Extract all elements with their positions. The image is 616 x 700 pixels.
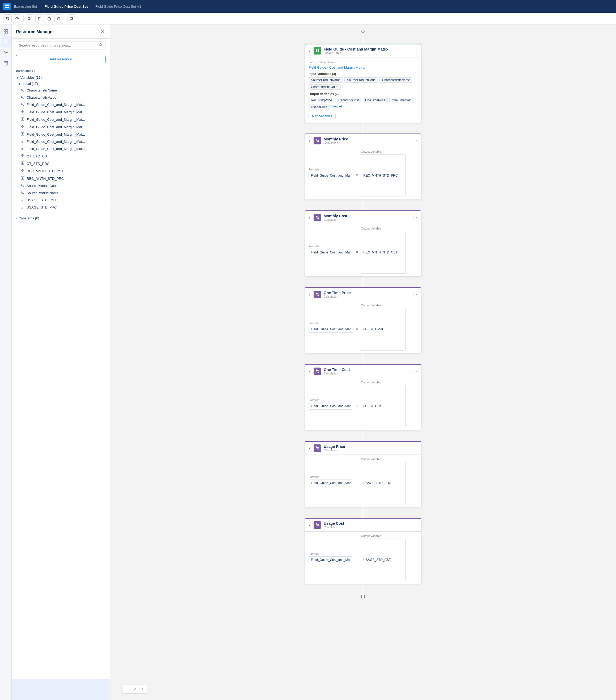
list-item[interactable]: # Field_Guide_Cost_and_Margin_Mat... › — [12, 138, 110, 145]
list-item[interactable]: Aa CharacteristicValue › — [12, 94, 110, 101]
redo-button[interactable] — [13, 14, 21, 23]
list-item[interactable]: Aa Field_Guide_Cost_and_Margin_Mat... › — [12, 101, 110, 108]
node-menu-button[interactable]: ··· — [413, 369, 418, 374]
sidebar-gear-icon[interactable] — [1, 48, 11, 58]
canvas-area[interactable]: ∨ Field Guide - Cost and Margin Matrix L… — [110, 24, 616, 700]
node-title: One Time Cost — [324, 367, 350, 372]
list-item[interactable]: REC_MNTH_STD_CST › — [12, 167, 110, 175]
svg-rect-59 — [316, 49, 317, 50]
node-menu-button[interactable]: ··· — [413, 446, 418, 451]
node-menu-button[interactable]: ··· — [413, 523, 418, 527]
list-item[interactable]: # USAGE_STD_PRC › — [12, 204, 110, 211]
list-item[interactable]: OT_STD_CST › — [12, 152, 110, 160]
lookup-table-node: ∨ Field Guide - Cost and Margin Matrix L… — [305, 43, 422, 123]
list-item[interactable]: Aa SourceProductName › — [12, 189, 110, 197]
view-all-link[interactable]: View All — [331, 104, 343, 110]
sidebar-list-icon[interactable] — [1, 37, 11, 47]
lookup-details-link[interactable]: Field Guide - Cost and Margin Matrix — [309, 65, 365, 70]
constants-group[interactable]: › Constants (0) — [12, 215, 110, 221]
collapse-icon[interactable]: ∨ — [309, 292, 311, 296]
usage-price-node: ∨ fx Usage Price Calculation ··· Formula — [305, 441, 422, 507]
delete-button[interactable] — [54, 14, 63, 23]
formula-input[interactable] — [309, 479, 353, 486]
svg-rect-47 — [21, 162, 22, 163]
list-item[interactable]: Field_Guide_Cost_and_Margin_Mat... › — [12, 116, 110, 123]
formula-input[interactable] — [309, 557, 353, 563]
calc-node-body: Formula = Output Variable — [305, 378, 421, 430]
copy-button[interactable] — [35, 14, 44, 23]
zoom-out-button[interactable]: − — [123, 685, 130, 693]
formula-input[interactable] — [309, 249, 353, 256]
paste-button[interactable] — [45, 14, 53, 23]
svg-rect-8 — [39, 18, 41, 20]
collapse-icon[interactable]: ∨ — [309, 139, 311, 142]
cut-button[interactable] — [26, 14, 34, 23]
local-subgroup[interactable]: ▼ Local (17) — [12, 80, 110, 87]
zoom-controls: − ⤢ + — [122, 685, 147, 693]
list-item[interactable]: # Field_Guide_Cost_and_Margin_Mat... › — [12, 145, 110, 152]
list-item[interactable]: Aa SourceProductCode › — [12, 182, 110, 189]
output-input[interactable] — [361, 154, 406, 197]
collapse-icon[interactable]: ∨ — [309, 446, 311, 450]
svg-rect-52 — [23, 169, 24, 171]
resource-panel-title: Resource Manager — [16, 29, 54, 34]
node-subtitle: Lookup Table — [324, 51, 388, 54]
main-layout: Resource Manager ✕ Add Resource RESOURCE… — [0, 24, 616, 700]
list-item[interactable]: Aa CharacteristicName › — [12, 87, 110, 94]
resources-section-header: RESOURCES — [12, 68, 110, 74]
collapse-icon[interactable]: ∨ — [309, 216, 311, 220]
output-input[interactable] — [361, 539, 406, 581]
formula-input[interactable] — [309, 172, 353, 179]
node-header: ∨ fx One Time Cost Calculation ··· — [305, 365, 421, 378]
close-button[interactable]: ✕ — [99, 29, 105, 35]
calc-node-body: Formula = Output Variable — [305, 147, 421, 199]
calc-node-body: Formula = Output Variable — [305, 224, 421, 276]
var-chip: CharacteristicName — [380, 77, 412, 83]
chevron-right-icon: › — [104, 103, 105, 107]
node-menu-button[interactable]: ··· — [413, 138, 418, 143]
variables-group[interactable]: ▼ Variables (17) — [12, 74, 110, 80]
list-item[interactable]: OT_STD_PRC › — [12, 160, 110, 167]
sidebar-table-icon[interactable] — [1, 59, 11, 68]
calc-node-body: Formula = Output Variable — [305, 532, 421, 584]
svg-rect-17 — [6, 32, 8, 33]
output-input[interactable] — [361, 231, 406, 274]
node-menu-button[interactable]: ··· — [413, 215, 418, 220]
output-input[interactable] — [361, 308, 406, 351]
output-input[interactable] — [361, 385, 406, 427]
chevron-right-icon: › — [104, 147, 105, 151]
var-chip: RecurringCost — [336, 98, 361, 103]
svg-rect-34 — [23, 119, 24, 121]
sidebar-grid-icon[interactable] — [1, 27, 11, 36]
map-variables-button[interactable]: Map Variables — [309, 113, 336, 120]
undo-button[interactable] — [3, 14, 12, 23]
zoom-in-button[interactable]: + — [139, 685, 146, 693]
formula-input[interactable] — [309, 403, 353, 410]
svg-rect-45 — [21, 156, 22, 157]
node-menu-button[interactable]: ··· — [413, 48, 418, 53]
svg-rect-1 — [7, 4, 9, 6]
search-input[interactable] — [19, 43, 99, 47]
fit-button[interactable]: ⤢ — [131, 685, 139, 693]
svg-rect-40 — [23, 133, 24, 134]
list-item[interactable]: # USAGE_STD_CST › — [12, 197, 110, 204]
monthly-cost-node: ∨ fx Monthly Cost Calculation ··· Formul… — [305, 210, 422, 277]
svg-rect-58 — [23, 178, 24, 179]
list-item[interactable]: Field_Guide_Cost_and_Margin_Mat... › — [12, 130, 110, 138]
output-input[interactable] — [361, 462, 406, 504]
node-subtitle: Calculation — [324, 141, 348, 145]
collapse-icon[interactable]: ∨ — [309, 370, 311, 373]
node-menu-button[interactable]: ··· — [413, 292, 418, 297]
connector-line — [363, 200, 363, 210]
collapse-icon[interactable]: ∨ — [309, 523, 311, 527]
collapse-icon[interactable]: ∨ — [309, 49, 311, 53]
align-button[interactable] — [67, 14, 76, 23]
svg-rect-12 — [71, 18, 73, 19]
list-item[interactable]: REC_MNTH_STD_PRC › — [12, 175, 110, 182]
svg-rect-0 — [5, 4, 7, 6]
list-item[interactable]: Field_Guide_Cost_and_Margin_Mat... › — [12, 123, 110, 130]
formula-input[interactable] — [309, 326, 353, 333]
add-resource-button[interactable]: Add Resource — [16, 55, 105, 63]
output-label: Output Variable — [361, 458, 406, 461]
list-item[interactable]: Field_Guide_Cost_and_Margin_Mat... › — [12, 108, 110, 116]
